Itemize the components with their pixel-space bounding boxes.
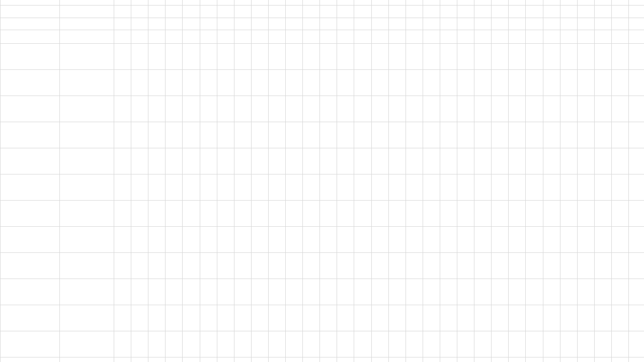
gantt-spreadsheet[interactable] [0,0,644,362]
